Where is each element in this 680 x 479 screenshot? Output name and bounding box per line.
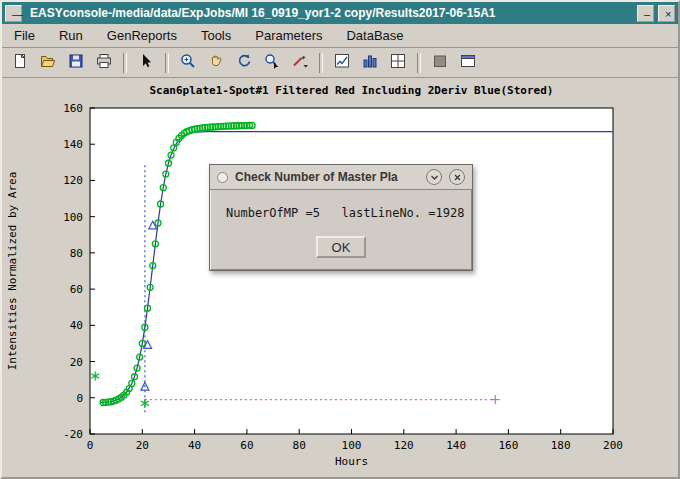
dialog-message: NumberOfMP =5 lastLineNo. =1928 xyxy=(226,206,456,220)
svg-text:140: 140 xyxy=(63,138,83,151)
svg-text:60: 60 xyxy=(70,283,83,296)
svg-text:100: 100 xyxy=(342,439,362,452)
toolbar-select-cursor-button[interactable] xyxy=(133,51,159,75)
menu-item-database[interactable]: DataBase xyxy=(346,28,403,43)
figure-area: 020406080100120140160180200-200204060801… xyxy=(2,78,678,477)
bar-columns-icon xyxy=(361,52,379,73)
svg-text:40: 40 xyxy=(188,439,201,452)
svg-text:20: 20 xyxy=(70,356,83,369)
window-title: EASYconsole-/media/data/ExpJobs/MI 16_09… xyxy=(26,6,633,20)
toolbar-window-layout-button[interactable] xyxy=(455,51,481,75)
toolbar-separator xyxy=(417,53,421,73)
close-button[interactable]: × xyxy=(658,5,675,22)
svg-text:160: 160 xyxy=(498,439,518,452)
toolbar-print-button[interactable] xyxy=(91,51,117,75)
toolbar-zoom-select-button[interactable] xyxy=(259,51,285,75)
dialog-body: NumberOfMP =5 lastLineNo. =1928 xyxy=(210,190,472,224)
menu-item-file[interactable]: File xyxy=(14,28,35,43)
svg-text:120: 120 xyxy=(63,174,83,187)
toolbar-separator xyxy=(319,53,323,73)
toolbar-draw-tool-button[interactable] xyxy=(287,51,313,75)
dialog-collapse-button[interactable] xyxy=(426,169,442,185)
plot-window-icon xyxy=(333,52,351,73)
svg-text:60: 60 xyxy=(240,439,253,452)
dialog-dot-icon xyxy=(217,172,228,183)
plot-canvas[interactable]: 020406080100120140160180200-200204060801… xyxy=(2,78,678,477)
svg-text:0: 0 xyxy=(87,439,94,452)
print-icon xyxy=(95,52,113,73)
close-icon xyxy=(453,170,462,185)
toolbar-new-document-button[interactable] xyxy=(7,51,33,75)
svg-text:180: 180 xyxy=(551,439,571,452)
svg-text:40: 40 xyxy=(70,319,83,332)
svg-text:140: 140 xyxy=(446,439,466,452)
draw-tool-icon xyxy=(291,52,309,73)
toolbar-separator xyxy=(165,53,169,73)
new-document-icon xyxy=(11,52,29,73)
ok-button[interactable]: OK xyxy=(316,236,366,258)
svg-text:80: 80 xyxy=(70,247,83,260)
svg-text:20: 20 xyxy=(136,439,149,452)
menu-item-genreports[interactable]: GenReports xyxy=(107,28,177,43)
menu-item-run[interactable]: Run xyxy=(59,28,83,43)
svg-text:100: 100 xyxy=(63,211,83,224)
app-window: — EASYconsole-/media/data/ExpJobs/MI 16_… xyxy=(0,0,680,479)
menu-item-tools[interactable]: Tools xyxy=(201,28,231,43)
dialog-check-number-of-master-plates: Check Number of Master Pla NumberOfMP =5… xyxy=(209,164,473,271)
svg-text:-20: -20 xyxy=(63,428,83,441)
select-cursor-icon xyxy=(137,52,155,73)
svg-text:Intensities Normalized by Area: Intensities Normalized by Area xyxy=(6,172,19,371)
svg-text:0: 0 xyxy=(76,392,83,405)
svg-text:160: 160 xyxy=(63,102,83,115)
toolbar-zoom-in-button[interactable] xyxy=(175,51,201,75)
open-file-icon xyxy=(39,52,57,73)
minimize-button[interactable]: – xyxy=(637,5,654,22)
dialog-title: Check Number of Master Pla xyxy=(235,170,419,184)
toolbar-open-file-button[interactable] xyxy=(35,51,61,75)
pan-hand-icon xyxy=(207,52,225,73)
menu-bar: FileRunGenReportsToolsParametersDataBase xyxy=(2,24,678,48)
rotate-icon xyxy=(235,52,253,73)
gray-square-icon xyxy=(431,52,449,73)
chevron-down-icon xyxy=(430,170,439,185)
window-menu-button[interactable]: — xyxy=(5,5,22,22)
toolbar-separator xyxy=(123,53,127,73)
svg-text:200: 200 xyxy=(603,439,623,452)
svg-text:Scan6plate1-Spot#1 Filtered Re: Scan6plate1-Spot#1 Filtered Red Includin… xyxy=(150,84,554,97)
menu-item-parameters[interactable]: Parameters xyxy=(255,28,322,43)
toolbar-pan-hand-button[interactable] xyxy=(203,51,229,75)
window-titlebar[interactable]: — EASYconsole-/media/data/ExpJobs/MI 16_… xyxy=(2,2,678,24)
dialog-buttons: OK xyxy=(210,224,472,270)
window-layout-icon xyxy=(459,52,477,73)
zoom-in-icon xyxy=(179,52,197,73)
svg-text:Hours: Hours xyxy=(335,455,368,468)
dialog-close-button[interactable] xyxy=(449,169,465,185)
svg-text:120: 120 xyxy=(394,439,414,452)
toolbar-grid-view-button[interactable] xyxy=(385,51,411,75)
toolbar xyxy=(2,48,678,78)
toolbar-save-button[interactable] xyxy=(63,51,89,75)
zoom-select-icon xyxy=(263,52,281,73)
toolbar-rotate-button[interactable] xyxy=(231,51,257,75)
toolbar-gray-square-button[interactable] xyxy=(427,51,453,75)
svg-text:80: 80 xyxy=(293,439,306,452)
toolbar-plot-window-button[interactable] xyxy=(329,51,355,75)
dialog-titlebar[interactable]: Check Number of Master Pla xyxy=(210,165,472,190)
toolbar-bar-columns-button[interactable] xyxy=(357,51,383,75)
save-icon xyxy=(67,52,85,73)
grid-view-icon xyxy=(389,52,407,73)
